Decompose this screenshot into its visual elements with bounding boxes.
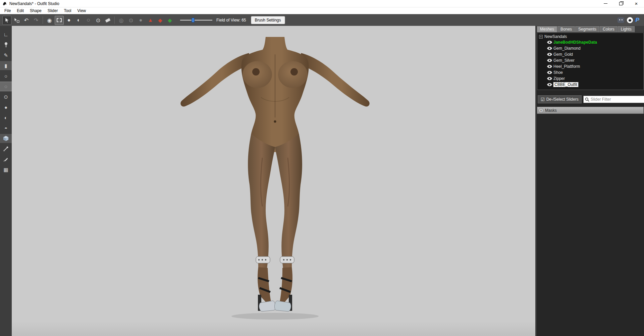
maximize-button[interactable]	[613, 0, 629, 7]
viewport-3d[interactable]	[12, 26, 535, 336]
undo-icon[interactable]: ↶	[22, 16, 31, 25]
close-icon: ×	[635, 1, 638, 6]
visibility-eye-icon[interactable]	[547, 47, 552, 50]
grid-icon[interactable]: ▦	[0, 165, 12, 174]
vertex-icon	[3, 146, 8, 151]
mesh-label[interactable]: Gem_Gold	[553, 52, 573, 57]
menu-shape[interactable]: Shape	[27, 8, 45, 14]
menu-slider[interactable]: Slider	[45, 8, 61, 14]
mesh-label[interactable]: JaneBodHDShapeData	[553, 40, 597, 45]
masks-section-header[interactable]: ∨ Masks	[537, 107, 644, 114]
mask-brush-icon[interactable]: ◉	[45, 16, 54, 25]
pin-vertex-icon[interactable]	[0, 40, 12, 49]
tree-row-janebod[interactable]: JaneBodHDShapeData	[538, 39, 643, 45]
vertex-tool-icon[interactable]	[0, 144, 12, 153]
paypal-icon[interactable]: P	[636, 17, 639, 23]
tab-colors[interactable]: Colors	[600, 26, 618, 32]
close-button[interactable]: ×	[629, 0, 644, 7]
filled-circle-icon[interactable]: ●	[0, 103, 12, 112]
tree-row-gem-silver[interactable]: Gem_Silver	[538, 57, 643, 63]
color-brush-icon[interactable]: ⊙	[126, 16, 136, 25]
tab-lights[interactable]: Lights	[618, 26, 635, 32]
tree-row-shoe[interactable]: Shoe	[538, 69, 643, 76]
fov-label: Field of View: 65	[216, 18, 246, 22]
knife-icon	[3, 157, 8, 162]
menu-edit[interactable]: Edit	[14, 8, 27, 14]
marker-icon[interactable]: ▮	[0, 61, 12, 70]
mesh-label[interactable]: Heel_Plattform	[553, 64, 580, 69]
fov-slider[interactable]	[180, 17, 212, 23]
mesh-label-editing[interactable]: CBBE_Outfit	[553, 82, 578, 87]
minimize-button[interactable]	[598, 0, 613, 7]
toolbar-links: P	[618, 17, 639, 23]
slider-controls-row: ☑ De-/Select Sliders ⊗	[538, 95, 643, 103]
search-icon	[585, 97, 589, 102]
slider-filter-box[interactable]: ⊗	[583, 96, 644, 103]
mask-dotted-circle-icon[interactable]: ◌	[0, 82, 12, 91]
tree-row-cbbe-outfit[interactable]: CBBE_Outfit	[538, 82, 643, 88]
mesh-label[interactable]: Gem_Silver	[553, 58, 575, 63]
tree-row-gem-gold[interactable]: Gem_Gold	[538, 51, 643, 57]
deflate-brush-icon[interactable]: ◐	[74, 16, 83, 25]
deselect-sliders-button[interactable]: ☑ De-/Select Sliders	[538, 95, 582, 103]
inflate-brush-icon[interactable]: ●	[64, 16, 73, 25]
tree-row-zipper[interactable]: Zipper	[538, 76, 643, 82]
mesh-label[interactable]: Gem_Diamond	[553, 46, 581, 51]
visibility-eye-icon[interactable]	[547, 71, 552, 74]
visibility-eye-icon[interactable]	[547, 83, 552, 86]
pin-icon	[4, 42, 8, 48]
visibility-eye-icon[interactable]	[547, 77, 552, 80]
rect-mask-select-icon[interactable]	[55, 16, 64, 25]
visibility-eye-icon[interactable]	[547, 59, 552, 62]
visibility-eye-icon[interactable]	[547, 65, 552, 68]
weight-brush-icon[interactable]: ◎	[117, 16, 126, 25]
sphere-half-icon[interactable]: ◐	[0, 113, 12, 122]
discord-icon[interactable]	[618, 17, 624, 23]
tree-expander-icon[interactable]: −	[539, 35, 543, 39]
circle-dot-icon[interactable]: ⊙	[0, 92, 12, 101]
tree-row-gem-diamond[interactable]: Gem_Diamond	[538, 45, 643, 51]
knife-tool-icon[interactable]	[0, 155, 12, 164]
brush-circle-icon[interactable]: ○	[0, 71, 12, 81]
erase-brush-icon[interactable]	[103, 16, 112, 25]
mesh-label[interactable]: Shoe	[553, 70, 563, 75]
redo-icon[interactable]: ↷	[32, 16, 41, 25]
visibility-eye-icon[interactable]	[547, 41, 552, 44]
cursor-arrow-icon	[4, 17, 10, 23]
brush-settings-button[interactable]: Brush Settings	[251, 16, 285, 24]
tree-root-row[interactable]: − NewSandals	[538, 34, 643, 39]
move-brush-icon[interactable]: ◌	[84, 16, 93, 25]
eraser-icon	[105, 18, 111, 23]
smooth-brush-icon[interactable]: ⊙	[94, 16, 103, 25]
mesh-label[interactable]: Zipper	[553, 76, 565, 81]
select-tool-icon[interactable]	[2, 16, 11, 25]
sphere-top-icon[interactable]: ◓	[0, 124, 12, 133]
tab-segments[interactable]: Segments	[575, 26, 599, 32]
rotate-view-icon[interactable]: ∟	[0, 30, 12, 39]
title-bar: NewSandals* - Outfit Studio ×	[0, 0, 644, 7]
mirror-triangle-icon[interactable]: ▲	[146, 16, 155, 25]
fov-slider-track[interactable]	[180, 20, 212, 20]
tree-row-heel-plattform[interactable]: Heel_Plattform	[538, 63, 643, 69]
alpha-brush-icon[interactable]: ●	[136, 16, 145, 25]
toolbar: ↶ ↷ ◉ ● ◐ ◌ ⊙ ◎ ⊙ ● ▲ ◆ ◆ Field of View:…	[0, 14, 644, 26]
github-icon[interactable]	[627, 17, 633, 23]
chevron-down-icon[interactable]: ∨	[539, 108, 543, 113]
menu-file[interactable]: File	[1, 8, 14, 14]
edge-diamond-green-icon[interactable]: ◆	[165, 16, 174, 25]
toolbar-separator	[114, 16, 115, 24]
fov-slider-thumb[interactable]	[192, 18, 195, 22]
left-tool-column: ∟ ✎ ▮ ○ ◌ ⊙ ● ◐ ◓ ▦	[0, 26, 12, 336]
cube-icon[interactable]	[0, 134, 12, 143]
slider-filter-input[interactable]	[591, 97, 643, 102]
transform-tool-icon[interactable]	[12, 16, 21, 25]
menu-view[interactable]: View	[74, 8, 89, 14]
tab-meshes[interactable]: Meshes	[537, 26, 557, 32]
pencil-icon[interactable]: ✎	[0, 51, 12, 60]
menu-tool[interactable]: Tool	[61, 8, 74, 14]
edge-diamond-red-icon[interactable]: ◆	[156, 16, 165, 25]
tab-bones[interactable]: Bones	[557, 26, 575, 32]
cursor-transform-icon	[14, 17, 20, 23]
visibility-eye-icon[interactable]	[547, 53, 552, 56]
model-female-body[interactable]	[174, 37, 376, 322]
